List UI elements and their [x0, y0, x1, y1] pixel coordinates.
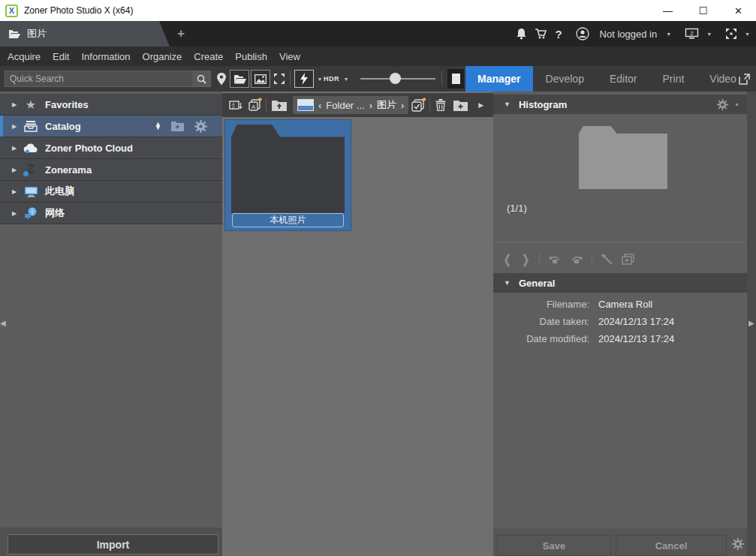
folder-browser: AZ A ★ ‹ Folder ... › 图片 ›: [222, 92, 493, 556]
collapsed-right-panel[interactable]: ▶: [747, 92, 756, 556]
slider-thumb[interactable]: [390, 73, 401, 84]
breadcrumb: ‹ Folder ... › 图片 ›: [293, 96, 408, 114]
folder-up-icon[interactable]: [272, 100, 287, 111]
delete-trash-icon[interactable]: [435, 99, 446, 111]
show-subfolders-icon[interactable]: ★: [411, 99, 424, 112]
hdr-caret-icon[interactable]: ▼: [342, 70, 350, 88]
cancel-button[interactable]: Cancel: [616, 535, 727, 556]
save-cancel-bar: Save Cancel: [493, 527, 747, 556]
sidebar-item-favorites[interactable]: ▶ ★ Favorites: [0, 94, 222, 116]
general-header[interactable]: ▼ General: [493, 273, 747, 293]
next-icon[interactable]: ❭: [520, 252, 530, 266]
document-tab-bar: 图片 + ? Not logged in ▼ 2 ▼ ▼: [0, 21, 756, 47]
collapse-triangle-icon[interactable]: ▼: [504, 279, 511, 287]
menu-edit[interactable]: Edit: [47, 47, 75, 66]
account-caret-icon[interactable]: ▼: [666, 32, 671, 37]
info-row-date-taken: Date taken: 2024/12/13 17:24: [493, 316, 747, 327]
monitor-caret-icon[interactable]: ▼: [706, 32, 712, 37]
fullscreen-caret-icon[interactable]: ▼: [745, 32, 750, 37]
navigation-sidebar: ▶ ★ Favorites ▶ Catalog ▲▼: [0, 92, 222, 556]
module-editor[interactable]: Editor: [597, 66, 650, 92]
more-tools-icon[interactable]: ▶: [478, 101, 483, 109]
histogram-caret-icon[interactable]: ▼: [734, 102, 739, 107]
menu-acquire[interactable]: Acquire: [2, 47, 47, 66]
fullscreen-icon[interactable]: [725, 28, 737, 40]
expand-chevron-icon[interactable]: ▶: [12, 167, 23, 173]
sidebar-item-zoner-photo-cloud[interactable]: ▶ Zoner Photo Cloud: [0, 137, 222, 159]
folder-thumbnail-icon[interactable]: [297, 99, 314, 111]
general-title: General: [519, 278, 555, 289]
minimize-button[interactable]: —: [650, 0, 685, 21]
shop-cart-icon[interactable]: [535, 28, 547, 40]
breadcrumb-chevron-icon[interactable]: ›: [401, 100, 404, 111]
sidebar-item-this-pc[interactable]: ▶ 此电脑: [0, 181, 222, 203]
expand-right-panel-icon[interactable]: ▶: [748, 319, 754, 327]
expand-chevron-icon[interactable]: ▶: [12, 188, 23, 195]
menu-organize[interactable]: Organize: [137, 47, 188, 66]
new-tab-button[interactable]: +: [173, 26, 188, 41]
close-button[interactable]: ✕: [721, 0, 756, 21]
module-print[interactable]: Print: [650, 66, 697, 92]
gps-pin-icon[interactable]: [216, 70, 227, 88]
add-to-stack-icon[interactable]: [622, 254, 634, 265]
menu-view[interactable]: View: [273, 47, 306, 66]
breadcrumb-chevron-icon[interactable]: ›: [369, 100, 372, 111]
catalog-settings-gear-icon[interactable]: [194, 120, 207, 133]
tab-pictures[interactable]: 图片: [0, 21, 170, 47]
folder-tile-label: 本机照片: [232, 213, 344, 227]
search-icon[interactable]: [192, 71, 210, 86]
histogram-header[interactable]: ▼ Histogram ▼: [493, 95, 747, 114]
menu-information[interactable]: Information: [75, 47, 136, 66]
search-input[interactable]: [5, 74, 192, 84]
panel-settings-gear-icon[interactable]: [732, 538, 744, 550]
sidebar-item-zonerama[interactable]: ▶ Z Zonerama: [0, 159, 222, 181]
account-status-label[interactable]: Not logged in: [600, 29, 658, 40]
sort-az-icon[interactable]: AZ: [229, 99, 242, 111]
histogram-settings-gear-icon[interactable]: [717, 99, 728, 110]
auto-enhance-wand-icon[interactable]: [601, 253, 613, 266]
quick-search-box[interactable]: [5, 71, 211, 87]
expand-chevron-icon[interactable]: ▶: [12, 145, 23, 152]
module-manager[interactable]: Manager: [465, 66, 533, 92]
breadcrumb-segment-current[interactable]: 图片: [377, 98, 396, 112]
notifications-bell-icon[interactable]: [516, 28, 527, 40]
flash-caret-icon[interactable]: ▼: [316, 70, 324, 88]
rotate-left-icon[interactable]: [548, 254, 562, 265]
preview-panel-toggle[interactable]: [447, 69, 464, 89]
add-folder-icon[interactable]: [171, 121, 185, 131]
menu-publish[interactable]: Publish: [229, 47, 273, 66]
filter-stack-icon[interactable]: A ★: [248, 99, 261, 111]
hdr-label[interactable]: HDR: [324, 75, 339, 83]
sidebar-item-network[interactable]: ▶ 网络: [0, 203, 222, 224]
maximize-button[interactable]: ☐: [685, 0, 721, 21]
folder-shape-icon: [231, 125, 345, 213]
previous-icon[interactable]: ❬: [502, 252, 512, 266]
collapse-triangle-icon[interactable]: ▼: [504, 101, 511, 108]
preview-image-icon[interactable]: [251, 70, 270, 88]
breadcrumb-back-icon[interactable]: ‹: [318, 100, 321, 111]
breadcrumb-segment-folder[interactable]: Folder ...: [326, 100, 364, 111]
undock-external-icon[interactable]: [737, 70, 751, 88]
help-icon[interactable]: ?: [555, 28, 562, 41]
rotate-right-icon[interactable]: [570, 254, 583, 265]
new-folder-icon[interactable]: [453, 100, 468, 111]
import-button[interactable]: Import: [8, 534, 218, 554]
expand-chevron-icon[interactable]: ▶: [12, 123, 23, 130]
window-title: Zoner Photo Studio X (x64): [24, 5, 133, 16]
menu-create[interactable]: Create: [188, 47, 229, 66]
folder-tab-icon: [8, 29, 21, 39]
expand-chevron-icon[interactable]: ▶: [12, 101, 23, 108]
svg-text:A: A: [251, 104, 256, 110]
monitor-profile-icon[interactable]: 2: [685, 28, 699, 40]
quick-edits-flash-icon[interactable]: [294, 70, 314, 88]
sidebar-item-catalog[interactable]: ▶ Catalog ▲▼: [0, 116, 222, 137]
module-develop[interactable]: Develop: [533, 66, 597, 92]
folder-tile-camera-roll[interactable]: 本机照片: [224, 119, 351, 231]
collapse-sidebar-icon[interactable]: ◀: [0, 319, 6, 327]
account-icon[interactable]: [576, 27, 589, 41]
sort-order-icon[interactable]: ▲▼: [155, 122, 161, 130]
save-button[interactable]: Save: [497, 535, 611, 556]
browse-folder-icon[interactable]: [230, 70, 249, 88]
expand-chevron-icon[interactable]: ▶: [12, 210, 23, 217]
fullscreen-preview-icon[interactable]: [272, 70, 287, 88]
